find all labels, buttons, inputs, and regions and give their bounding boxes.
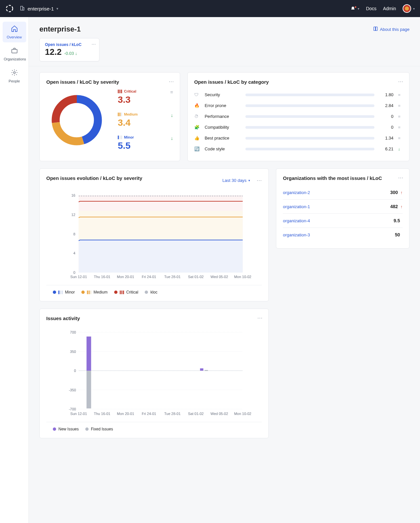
category-row: 👍Best practice1.34= (194, 133, 403, 143)
notifications-button[interactable]: ▾ (350, 6, 359, 11)
topbar-right: ▾ Docs Admin ▾ (350, 4, 415, 13)
org-row: organization-350 (283, 228, 403, 242)
svg-text:Mon 20-01: Mon 20-01 (117, 412, 134, 416)
svg-text:Mon 10-02: Mon 10-02 (234, 412, 251, 416)
kpi-label: Open issues / kLoC (45, 42, 81, 47)
svg-rect-43 (200, 368, 203, 371)
category-bar (245, 137, 374, 140)
legend-label: Medium (94, 290, 108, 294)
about-label: About this page (380, 27, 410, 32)
category-bar (245, 148, 374, 150)
category-card: ⋯ Open issues / kLoC by category 🛡Securi… (187, 72, 410, 161)
svg-rect-44 (205, 370, 208, 371)
topbar: enterprise-1 ▾ ▾ Docs Admin ▾ (0, 0, 420, 17)
svg-text:700: 700 (70, 330, 76, 334)
org-link[interactable]: organization-1 (283, 204, 390, 209)
svg-text:4: 4 (74, 251, 75, 255)
card-menu[interactable]: ⋯ (398, 175, 403, 181)
kpi-card[interactable]: ⋯ Open issues / kLoC 12.2 -0.03 ↓ (39, 38, 99, 61)
about-link[interactable]: About this page (373, 26, 410, 32)
org-value: 300 (390, 190, 398, 195)
chevron-down-icon: ▾ (56, 7, 58, 11)
svg-text:Sat 01-02: Sat 01-02 (188, 275, 204, 279)
sidebar-item-overview[interactable]: Overview (3, 22, 26, 42)
svg-rect-42 (87, 371, 91, 408)
card-title: Open issues / kLoC by category (194, 79, 403, 85)
chevron-down-icon: ▾ (248, 179, 250, 182)
category-bar (245, 126, 374, 129)
severity-item-minor: Minor 5.5 ↓ (118, 135, 173, 151)
svg-text:Tue 28-01: Tue 28-01 (164, 412, 181, 416)
svg-text:16: 16 (71, 193, 75, 197)
chevron-down-icon: ▾ (413, 7, 415, 11)
card-menu[interactable]: ⋯ (92, 42, 96, 47)
gear-icon (4, 69, 25, 78)
svg-rect-1 (21, 6, 23, 10)
activity-chart: -700-3500350700 Sun 12-01Thu 16-01Mon 20… (46, 326, 262, 418)
org-icon (20, 6, 25, 12)
card-menu[interactable]: ⋯ (257, 177, 262, 184)
category-value: 1.80 (379, 92, 393, 97)
svg-rect-3 (11, 49, 17, 53)
category-name: Best practice (205, 136, 241, 141)
trend-neutral-icon: = (398, 136, 403, 141)
severity-item-critical: Critical 3.3 = (118, 89, 173, 105)
category-row: 🔄Code style6.21↓ (194, 143, 403, 154)
category-name: Error prone (205, 103, 241, 108)
svg-text:Sat 01-02: Sat 01-02 (188, 412, 204, 416)
logo-icon[interactable] (5, 4, 14, 13)
svg-rect-20 (79, 240, 243, 272)
docs-link[interactable]: Docs (366, 6, 376, 11)
severity-item-medium: Medium 3.4 ↓ (118, 112, 173, 128)
page-header: enterprise-1 About this page (29, 17, 420, 36)
sidebar: Overview Organizations People (0, 17, 29, 523)
svg-text:Mon 20-01: Mon 20-01 (117, 275, 134, 279)
category-bar (245, 104, 374, 107)
breadcrumb-label: enterprise-1 (28, 6, 54, 11)
card-menu[interactable]: ⋯ (398, 78, 403, 85)
severity-card: ⋯ Open issues / kLoC by severity (39, 72, 180, 161)
period-selector[interactable]: Last 30 days ▾ (222, 178, 250, 183)
loop-icon: 🔄 (194, 146, 200, 151)
legend-label: Minor (65, 290, 75, 294)
org-row: organization-1482↑ (283, 200, 403, 214)
user-menu[interactable]: ▾ (403, 4, 415, 13)
sidebar-item-people[interactable]: People (3, 66, 26, 86)
svg-text:Thu 16-01: Thu 16-01 (94, 275, 110, 279)
trend-up-icon: ↑ (401, 190, 403, 195)
category-value: 6.21 (379, 146, 393, 151)
trend-neutral-icon: = (398, 114, 403, 119)
card-menu[interactable]: ⋯ (257, 315, 262, 321)
svg-text:-700: -700 (69, 407, 76, 411)
sidebar-item-label: Overview (7, 35, 22, 39)
svg-text:-350: -350 (69, 388, 76, 392)
severity-label: Medium (124, 112, 138, 116)
trend-down-icon: ↓ (171, 135, 173, 141)
svg-text:Mon 10-02: Mon 10-02 (234, 275, 251, 279)
category-bar (245, 94, 374, 96)
org-link[interactable]: organization-3 (283, 232, 395, 237)
category-row: ⏱Performance0= (194, 111, 403, 122)
activity-legend: New Issues Fixed Issues (46, 422, 262, 431)
svg-text:Thu 16-01: Thu 16-01 (94, 412, 110, 416)
sidebar-item-organizations[interactable]: Organizations (3, 44, 26, 64)
category-row: 🛡Security1.80= (194, 89, 403, 100)
org-link[interactable]: organization-2 (283, 190, 390, 195)
svg-text:Wed 05-02: Wed 05-02 (210, 275, 228, 279)
svg-rect-41 (87, 337, 91, 371)
category-value: 2.84 (379, 103, 393, 108)
category-name: Security (205, 92, 241, 97)
card-menu[interactable]: ⋯ (169, 78, 174, 85)
svg-text:0: 0 (74, 369, 76, 373)
card-title: Open issues / kLoC by severity (46, 79, 173, 85)
svg-text:Sun 12-01: Sun 12-01 (70, 412, 87, 416)
clock-icon: ⏱ (194, 114, 200, 119)
flame-icon: 🔥 (194, 103, 200, 108)
breadcrumb[interactable]: enterprise-1 ▾ (20, 6, 58, 12)
severity-donut-chart (49, 92, 105, 148)
evolution-legend: Minor Medium Critical kloc (46, 285, 262, 294)
admin-link[interactable]: Admin (383, 6, 396, 11)
org-link[interactable]: organization-4 (283, 218, 393, 223)
sidebar-item-label: People (9, 79, 20, 83)
legend-label: New Issues (58, 427, 79, 431)
